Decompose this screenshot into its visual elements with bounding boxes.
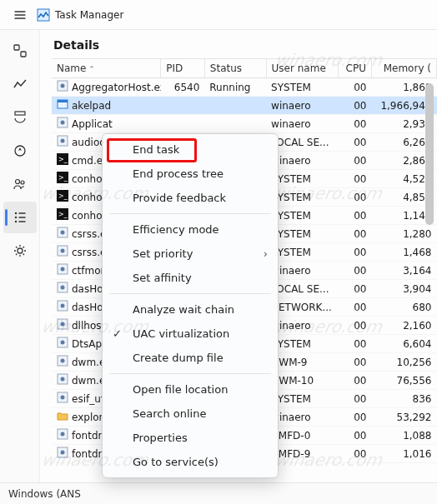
svg-point-16 bbox=[61, 121, 65, 125]
svg-text:>_: >_ bbox=[58, 211, 68, 218]
process-icon bbox=[57, 282, 68, 296]
process-icon bbox=[57, 263, 68, 277]
nav-app-history[interactable] bbox=[3, 102, 37, 133]
svg-point-8 bbox=[14, 217, 16, 218]
ctx-set-affinity[interactable]: Set affinity bbox=[103, 266, 278, 290]
svg-point-6 bbox=[21, 181, 24, 184]
col-status[interactable]: Status bbox=[204, 59, 266, 78]
process-icon bbox=[57, 300, 68, 314]
svg-point-5 bbox=[15, 180, 19, 184]
ctx-uac-virtualization[interactable]: UAC virtualization bbox=[103, 322, 278, 346]
ctx-analyze-wait-chain[interactable]: Analyze wait chain bbox=[103, 297, 278, 322]
cell-cpu: 00 bbox=[338, 115, 371, 133]
svg-point-48 bbox=[61, 432, 65, 437]
cell-user: winaero bbox=[266, 97, 338, 115]
app-title: Task Manager bbox=[55, 9, 123, 21]
nav-details[interactable] bbox=[3, 202, 37, 233]
process-icon bbox=[57, 98, 68, 112]
ctx-properties[interactable]: Properties bbox=[103, 426, 278, 450]
statusbar-text: Windows (ANS bbox=[8, 488, 81, 500]
svg-rect-14 bbox=[58, 100, 68, 102]
process-icon bbox=[57, 318, 68, 332]
svg-point-40 bbox=[61, 341, 65, 345]
nav-startup-apps[interactable] bbox=[3, 135, 37, 167]
cell-cpu: 00 bbox=[338, 207, 371, 225]
process-name: Applicat bbox=[72, 118, 113, 130]
table-row[interactable]: akelpadwinaero001,966,948 bbox=[52, 97, 437, 115]
svg-rect-2 bbox=[21, 52, 26, 57]
chevron-right-icon: › bbox=[264, 247, 268, 260]
process-icon: >_ bbox=[57, 208, 68, 222]
svg-point-4 bbox=[15, 146, 25, 156]
hamburger-button[interactable] bbox=[7, 8, 33, 22]
svg-point-10 bbox=[18, 248, 23, 253]
context-menu: End task End process tree Provide feedba… bbox=[102, 133, 279, 478]
nav-processes[interactable] bbox=[3, 35, 37, 67]
col-memory[interactable]: Memory ( bbox=[371, 59, 436, 78]
cell-cpu: 00 bbox=[338, 317, 371, 335]
cell-cpu: 00 bbox=[338, 262, 371, 280]
col-user[interactable]: User name bbox=[266, 59, 338, 78]
ctx-set-priority[interactable]: Set priority› bbox=[103, 242, 278, 266]
process-icon bbox=[57, 337, 68, 351]
ctx-open-file-location[interactable]: Open file location bbox=[103, 377, 278, 402]
table-row[interactable]: AggregatorHost.exe6540RunningSYSTEM001,8… bbox=[52, 78, 437, 97]
svg-point-34 bbox=[61, 286, 65, 290]
svg-point-30 bbox=[61, 249, 65, 253]
cell-cpu: 00 bbox=[338, 445, 371, 463]
process-icon bbox=[57, 447, 68, 461]
process-name: akelpad bbox=[72, 100, 111, 112]
svg-text:>_: >_ bbox=[58, 192, 68, 200]
cell-cpu: 00 bbox=[338, 225, 371, 243]
nav-users[interactable] bbox=[3, 168, 37, 200]
ctx-search-online[interactable]: Search online bbox=[103, 402, 278, 426]
svg-rect-3 bbox=[15, 112, 25, 115]
process-icon bbox=[57, 245, 68, 259]
col-name[interactable]: Name bbox=[52, 59, 161, 78]
col-pid[interactable]: PID bbox=[161, 59, 205, 78]
process-icon bbox=[57, 373, 68, 387]
title-bar: Task Manager bbox=[0, 0, 437, 30]
process-icon: >_ bbox=[57, 172, 68, 186]
vertical-scrollbar[interactable] bbox=[425, 83, 435, 457]
ctx-end-process-tree[interactable]: End process tree bbox=[103, 162, 278, 186]
cell-cpu: 00 bbox=[338, 298, 371, 317]
svg-point-36 bbox=[61, 304, 65, 308]
section-title: Details bbox=[52, 35, 437, 58]
svg-point-38 bbox=[61, 322, 65, 327]
cell-cpu: 00 bbox=[338, 97, 371, 115]
nav-services[interactable] bbox=[3, 235, 37, 267]
cell-cpu: 00 bbox=[338, 335, 371, 353]
ctx-go-to-services[interactable]: Go to service(s) bbox=[103, 450, 278, 474]
cell-cpu: 00 bbox=[338, 170, 371, 188]
nav-performance[interactable] bbox=[3, 68, 37, 100]
process-icon: >_ bbox=[57, 190, 68, 204]
cell-cpu: 00 bbox=[338, 408, 371, 427]
cell-cpu: 00 bbox=[338, 133, 371, 152]
cell-cpu: 00 bbox=[338, 353, 371, 372]
svg-point-42 bbox=[61, 359, 65, 363]
col-cpu[interactable]: CPU bbox=[338, 59, 371, 78]
status-bar: Windows (ANS bbox=[0, 482, 437, 504]
process-icon bbox=[57, 428, 68, 442]
process-icon bbox=[57, 355, 68, 369]
process-name: AggregatorHost.exe bbox=[72, 82, 161, 93]
cell-cpu: 00 bbox=[338, 390, 371, 408]
process-icon bbox=[57, 410, 68, 424]
ctx-efficiency-mode[interactable]: Efficiency mode bbox=[103, 217, 278, 242]
cell-status: Running bbox=[204, 78, 266, 97]
ctx-end-task[interactable]: End task bbox=[103, 137, 278, 162]
cell-cpu: 00 bbox=[338, 243, 371, 262]
process-icon: >_ bbox=[57, 153, 68, 167]
ctx-create-dump-file[interactable]: Create dump file bbox=[103, 346, 278, 370]
table-row[interactable]: Applicatwinaero002,936 bbox=[52, 115, 437, 133]
process-icon bbox=[57, 135, 68, 149]
svg-point-12 bbox=[61, 84, 65, 88]
ctx-provide-feedback[interactable]: Provide feedback bbox=[103, 186, 278, 210]
svg-point-9 bbox=[14, 221, 16, 222]
svg-point-44 bbox=[61, 377, 65, 382]
svg-point-28 bbox=[61, 231, 65, 235]
svg-point-46 bbox=[61, 396, 65, 400]
process-icon bbox=[57, 392, 68, 406]
app-icon bbox=[37, 8, 50, 22]
